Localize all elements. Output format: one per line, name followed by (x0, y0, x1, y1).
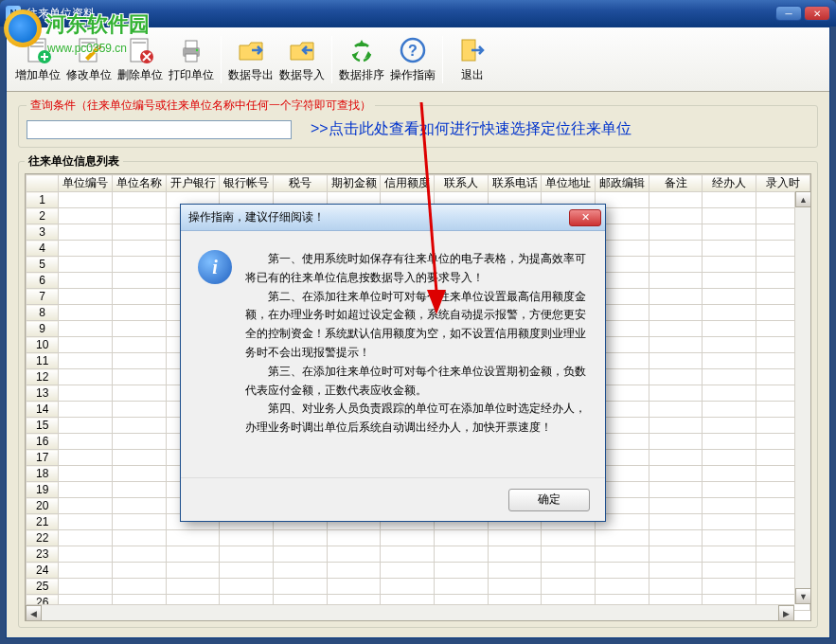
row-header[interactable]: 16 (27, 434, 59, 450)
scroll-left-button[interactable]: ◀ (26, 605, 42, 621)
grid-cell[interactable] (542, 546, 596, 563)
grid-cell[interactable] (649, 498, 703, 514)
grid-cell[interactable] (274, 530, 328, 546)
grid-cell[interactable] (703, 498, 756, 514)
row-header[interactable]: 7 (27, 289, 59, 305)
edit-unit-button[interactable]: 修改单位 (63, 31, 115, 88)
grid-cell[interactable] (327, 579, 381, 595)
grid-cell[interactable] (113, 273, 167, 289)
grid-cell[interactable] (220, 530, 274, 546)
grid-cell[interactable] (435, 546, 489, 563)
grid-cell[interactable] (59, 289, 113, 305)
row-header[interactable]: 14 (27, 402, 59, 418)
search-input[interactable] (27, 120, 292, 139)
minimize-button[interactable]: ─ (775, 6, 802, 21)
guide-button[interactable]: ?操作指南 (387, 31, 438, 88)
grid-cell[interactable] (703, 353, 756, 369)
grid-cell[interactable] (649, 241, 703, 257)
grid-cell[interactable] (59, 434, 113, 450)
exit-button[interactable]: 退出 (447, 31, 498, 88)
grid-cell[interactable] (703, 192, 756, 208)
row-header[interactable]: 24 (27, 563, 59, 579)
vertical-scrollbar[interactable]: ▲ ▼ (794, 191, 810, 604)
grid-cell[interactable] (703, 546, 756, 563)
grid-cell[interactable] (649, 385, 703, 402)
row-header[interactable]: 22 (27, 530, 59, 546)
grid-cell[interactable] (649, 579, 703, 595)
grid-cell[interactable] (542, 563, 596, 579)
grid-cell[interactable] (113, 192, 167, 208)
grid-cell[interactable] (381, 546, 435, 563)
grid-cell[interactable] (649, 337, 703, 353)
grid-cell[interactable] (596, 563, 649, 579)
scroll-up-button[interactable]: ▲ (795, 191, 811, 207)
grid-cell[interactable] (703, 369, 756, 385)
row-header[interactable]: 1 (27, 192, 59, 208)
column-header[interactable]: 开户银行 (166, 175, 220, 192)
grid-cell[interactable] (59, 402, 113, 418)
column-header[interactable]: 银行帐号 (220, 175, 274, 192)
grid-cell[interactable] (649, 402, 703, 418)
grid-cell[interactable] (703, 402, 756, 418)
data-import-button[interactable]: 数据导入 (276, 31, 328, 88)
grid-cell[interactable] (59, 418, 113, 434)
grid-cell[interactable] (113, 434, 167, 450)
grid-cell[interactable] (274, 579, 328, 595)
grid-cell[interactable] (113, 563, 167, 579)
grid-cell[interactable] (166, 579, 220, 595)
grid-cell[interactable] (59, 305, 113, 321)
row-header[interactable]: 2 (27, 208, 59, 224)
grid-cell[interactable] (488, 579, 542, 595)
close-button[interactable]: ✕ (804, 6, 830, 21)
grid-cell[interactable] (113, 369, 167, 385)
grid-cell[interactable] (113, 498, 167, 514)
grid-cell[interactable] (703, 434, 756, 450)
grid-cell[interactable] (488, 546, 542, 563)
grid-cell[interactable] (59, 385, 113, 402)
row-header[interactable]: 23 (27, 546, 59, 563)
grid-cell[interactable] (113, 482, 167, 498)
grid-cell[interactable] (703, 273, 756, 289)
grid-cell[interactable] (649, 289, 703, 305)
grid-cell[interactable] (596, 579, 649, 595)
grid-cell[interactable] (113, 450, 167, 466)
grid-cell[interactable] (703, 563, 756, 579)
grid-cell[interactable] (703, 482, 756, 498)
grid-cell[interactable] (113, 241, 167, 257)
grid-cell[interactable] (274, 563, 328, 579)
grid-cell[interactable] (113, 466, 167, 482)
grid-cell[interactable] (59, 530, 113, 546)
grid-cell[interactable] (649, 514, 703, 530)
grid-cell[interactable] (649, 482, 703, 498)
column-header[interactable]: 单位地址 (542, 175, 596, 192)
grid-cell[interactable] (703, 321, 756, 337)
grid-cell[interactable] (649, 224, 703, 241)
grid-cell[interactable] (59, 192, 113, 208)
row-header[interactable]: 21 (27, 514, 59, 530)
row-header[interactable]: 6 (27, 273, 59, 289)
grid-cell[interactable] (113, 321, 167, 337)
grid-cell[interactable] (59, 321, 113, 337)
grid-cell[interactable] (596, 530, 649, 546)
grid-cell[interactable] (703, 257, 756, 273)
grid-cell[interactable] (59, 546, 113, 563)
column-header[interactable]: 单位名称 (113, 175, 167, 192)
row-header[interactable]: 9 (27, 321, 59, 337)
grid-cell[interactable] (113, 224, 167, 241)
row-header[interactable]: 3 (27, 224, 59, 241)
grid-cell[interactable] (649, 434, 703, 450)
grid-cell[interactable] (649, 353, 703, 369)
grid-cell[interactable] (381, 563, 435, 579)
grid-cell[interactable] (113, 402, 167, 418)
data-sort-button[interactable]: 数据排序 (336, 31, 387, 88)
grid-cell[interactable] (113, 418, 167, 434)
grid-cell[interactable] (488, 563, 542, 579)
grid-cell[interactable] (220, 546, 274, 563)
grid-cell[interactable] (703, 418, 756, 434)
row-header[interactable]: 10 (27, 337, 59, 353)
grid-cell[interactable] (274, 546, 328, 563)
grid-cell[interactable] (113, 353, 167, 369)
dialog-close-button[interactable]: ✕ (569, 209, 601, 226)
grid-cell[interactable] (703, 579, 756, 595)
horizontal-scrollbar[interactable]: ◀ ▶ (26, 604, 794, 620)
